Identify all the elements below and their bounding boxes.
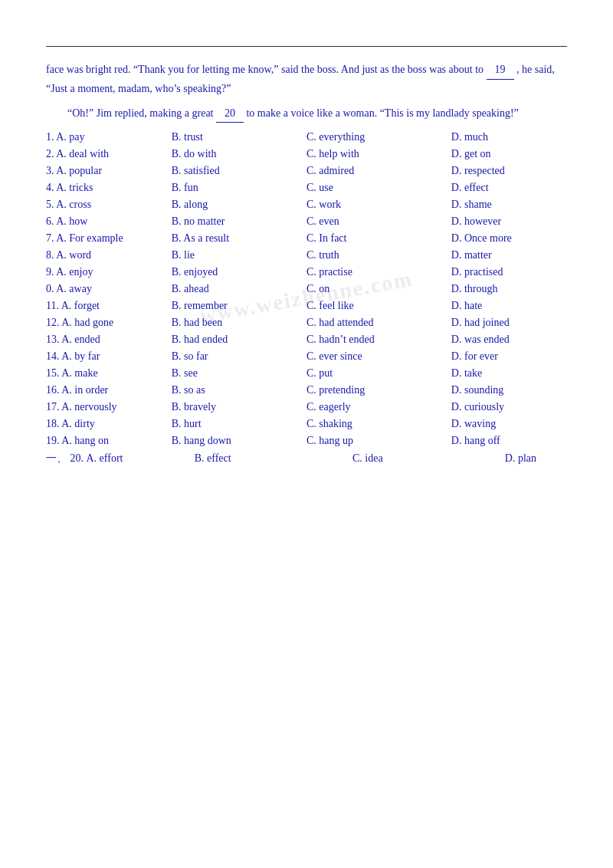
table-row: 9. A. enjoyB. enjoyedC. practiseD. pract… (46, 264, 567, 281)
choice-d: D. plan (451, 449, 567, 466)
table-row: 15. A. makeB. seeC. putD. take (46, 365, 567, 382)
choice-num: 9. A. enjoy (46, 264, 172, 281)
choice-d: D. much (451, 129, 567, 146)
choice-d: D. hang off (451, 432, 567, 449)
table-row: 16. A. in orderB. so asC. pretendingD. s… (46, 382, 567, 399)
table-row: 7. A. For exampleB. As a resultC. In fac… (46, 230, 567, 247)
choice-num: 4. A. tricks (46, 179, 172, 196)
blank-19: 19 (487, 61, 514, 80)
choice-num: 12. A. had gone (46, 314, 172, 331)
choice-c: C. even (306, 213, 451, 230)
table-row: 一、 20. A. effortB. effectC. ideaD. plan (46, 449, 567, 466)
choice-c: C. eagerly (306, 399, 451, 416)
choice-num: 3. A. popular (46, 163, 172, 179)
choice-d: D. sounding (451, 382, 567, 399)
choice-b: B. so far (172, 348, 306, 365)
choice-b: B. As a result (172, 230, 306, 247)
choice-b: B. do with (172, 146, 306, 163)
para1-text1: face was bright red. “Thank you for lett… (46, 64, 487, 75)
choice-c: C. feel like (306, 298, 451, 314)
choice-c: C. ever since (306, 348, 451, 365)
choice-num: 7. A. For example (46, 230, 172, 247)
choice-c: C. on (306, 281, 451, 298)
choice-b: B. had ended (172, 331, 306, 348)
choice-d: D. however (451, 213, 567, 230)
choice-d: D. shame (451, 196, 567, 213)
blank-20: 20 (216, 104, 244, 123)
choices-table: 1. A. payB. trustC. everythingD. much2. … (46, 129, 567, 466)
table-row: 11. A. forgetB. rememberC. feel likeD. h… (46, 298, 567, 314)
choice-c: C. hadn’t ended (306, 331, 451, 348)
choice-b: B. bravely (172, 399, 306, 416)
choice-c: C. hang up (306, 432, 451, 449)
choice-num: 5. A. cross (46, 196, 172, 213)
choice-b: B. remember (172, 298, 306, 314)
table-row: 8. A. wordB. lieC. truthD. matter (46, 247, 567, 264)
choice-num: 11. A. forget (46, 298, 172, 314)
table-row: 5. A. crossB. alongC. workD. shame (46, 196, 567, 213)
choice-num: 6. A. how (46, 213, 172, 230)
choice-c: C. had attended (306, 314, 451, 331)
choice-d: D. effect (451, 179, 567, 196)
paragraph-1: face was bright red. “Thank you for lett… (46, 61, 567, 98)
choice-num: 19. A. hang on (46, 432, 172, 449)
choice-d: D. was ended (451, 331, 567, 348)
table-row: 17. A. nervouslyB. bravelyC. eagerlyD. c… (46, 399, 567, 416)
choice-b: B. trust (172, 129, 306, 146)
choice-b: B. effect (172, 449, 306, 466)
choice-c: C. use (306, 179, 451, 196)
choice-num: 18. A. dirty (46, 416, 172, 432)
choice-c: C. work (306, 196, 451, 213)
choice-c: C. truth (306, 247, 451, 264)
choice-num: 15. A. make (46, 365, 172, 382)
choice-d: D. for ever (451, 348, 567, 365)
choice-c: C. pretending (306, 382, 451, 399)
choice-b: B. had been (172, 314, 306, 331)
table-row: 14. A. by farB. so farC. ever sinceD. fo… (46, 348, 567, 365)
choice-num: 8. A. word (46, 247, 172, 264)
choice-c: C. help with (306, 146, 451, 163)
choice-num: 14. A. by far (46, 348, 172, 365)
choice-b: B. see (172, 365, 306, 382)
table-row: 6. A. howB. no matterC. evenD. however (46, 213, 567, 230)
table-row: 2. A. deal withB. do withC. help withD. … (46, 146, 567, 163)
choice-d: D. take (451, 365, 567, 382)
table-row: 13. A. endedB. had endedC. hadn’t endedD… (46, 331, 567, 348)
table-row: 3. A. popularB. satisfiedC. admiredD. re… (46, 163, 567, 179)
table-row: 0. A. awayB. aheadC. onD. through (46, 281, 567, 298)
choice-c: C. idea (306, 449, 451, 466)
paragraph-2: “Oh!” Jim replied, making a great 20 to … (46, 104, 567, 123)
choice-c: C. admired (306, 163, 451, 179)
table-row: 1. A. payB. trustC. everythingD. much (46, 129, 567, 146)
choice-num: 16. A. in order (46, 382, 172, 399)
table-row: 18. A. dirtyB. hurtC. shakingD. waving (46, 416, 567, 432)
choice-c: C. put (306, 365, 451, 382)
para2-text2: to make a voice like a woman. “This is m… (244, 107, 519, 119)
top-border (46, 46, 567, 47)
choice-d: D. curiously (451, 399, 567, 416)
choice-b: B. ahead (172, 281, 306, 298)
choice-num: 2. A. deal with (46, 146, 172, 163)
choice-d: D. respected (451, 163, 567, 179)
choice-d: D. waving (451, 416, 567, 432)
choice-num: 0. A. away (46, 281, 172, 298)
choice-b: B. lie (172, 247, 306, 264)
choice-num: 1. A. pay (46, 129, 172, 146)
choice-c: C. In fact (306, 230, 451, 247)
table-row: 4. A. tricksB. funC. useD. effect (46, 179, 567, 196)
page: face was bright red. “Thank you for lett… (0, 0, 613, 497)
choice-b: B. fun (172, 179, 306, 196)
choice-b: B. satisfied (172, 163, 306, 179)
table-row: 12. A. had goneB. had beenC. had attende… (46, 314, 567, 331)
choice-b: B. along (172, 196, 306, 213)
choice-d: D. through (451, 281, 567, 298)
choice-b: B. no matter (172, 213, 306, 230)
choice-d: D. Once more (451, 230, 567, 247)
choice-d: D. hate (451, 298, 567, 314)
choice-b: B. hang down (172, 432, 306, 449)
choice-num: 13. A. ended (46, 331, 172, 348)
watermark-container: 1. A. payB. trustC. everythingD. much2. … (46, 129, 567, 466)
choice-c: C. shaking (306, 416, 451, 432)
para2-text1: “Oh!” Jim replied, making a great (67, 107, 216, 119)
choice-num: 一、 20. A. effort (46, 449, 172, 466)
